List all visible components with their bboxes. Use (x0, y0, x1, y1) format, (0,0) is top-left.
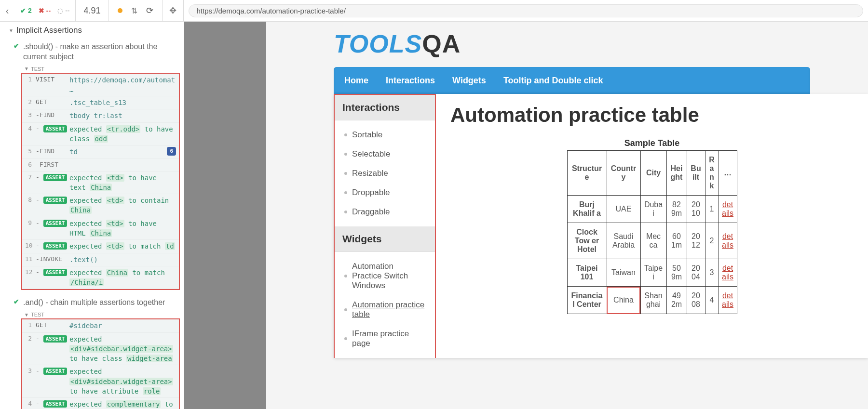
cmd-number: 9 (25, 219, 36, 228)
suite-title-text: Implicit Assertions (16, 26, 82, 35)
sidebar-section-header: Interactions (335, 95, 435, 120)
cmd-number: 1 (25, 321, 36, 330)
cmd-number: 11 (25, 255, 36, 264)
sidebar-section-header: Widgets (335, 226, 435, 252)
cmd-name: - ASSERT (36, 367, 69, 376)
assert-badge: ASSERT (43, 174, 68, 181)
table-cell: Saudi Arabia (607, 223, 640, 259)
assert-badge: ASSERT (43, 269, 68, 276)
caret-down-icon: ▼ (9, 28, 14, 33)
url-bar: https://demoqa.com/automation-practice-t… (184, 0, 868, 21)
command-row[interactable]: 3- ASSERTexpected <div#sidebar.widget-ar… (22, 365, 179, 398)
cmd-number: 2 (25, 98, 36, 107)
cmd-name: - ASSERT (36, 124, 69, 133)
sidebar-item[interactable]: Selectable (335, 145, 435, 164)
assert-badge: ASSERT (43, 197, 68, 204)
command-row[interactable]: 2- ASSERTexpected <div#sidebar.widget-ar… (22, 333, 179, 366)
table-cell: 20 12 (687, 223, 705, 259)
nav-link[interactable]: Interactions (386, 76, 435, 86)
table-cell: UAE (607, 196, 640, 223)
sidebar-item-label: Sortable (352, 130, 382, 140)
status-dot-icon (118, 8, 122, 13)
sidebar-item[interactable]: Automation practice table (335, 295, 435, 324)
table-cell: 82 9m (666, 196, 687, 223)
table-cell: 49 2m (666, 287, 687, 314)
table-cell: 50 9m (666, 259, 687, 287)
toolbar: ‹ ✔ 2 ✖ -- ◌ -- 4.91 ⇅ ⟳ ✥ https://demoq… (0, 0, 868, 22)
table-cell: 1 (705, 196, 719, 223)
cmd-number: 4 (25, 399, 36, 409)
command-row[interactable]: 6-FIRST (22, 159, 179, 172)
sidebar-item[interactable]: Resizable (335, 164, 435, 183)
url-input[interactable]: https://demoqa.com/automation-practice-t… (189, 4, 864, 17)
pass-count-value: 2 (28, 7, 32, 14)
sidebar-item-label: Droppable (352, 188, 390, 198)
command-row[interactable]: 9- ASSERTexpected <td> to have HTML Chin… (22, 217, 179, 240)
sidebar-item[interactable]: Draggable (335, 202, 435, 222)
back-button[interactable]: ‹ (0, 0, 14, 21)
reload-icon[interactable]: ⟳ (146, 5, 153, 16)
command-log: 1GET#sidebar2- ASSERTexpected <div#sideb… (21, 318, 180, 409)
selector-playground-button[interactable]: ✥ (163, 0, 184, 21)
command-row[interactable]: 12- ASSERTexpected China to match /China… (22, 266, 179, 290)
bullet-icon (344, 337, 347, 340)
cmd-number: 7 (25, 173, 36, 182)
bullet-icon (344, 191, 347, 194)
resizer-handle[interactable] (184, 22, 266, 409)
command-row[interactable]: 4- ASSERTexpected <tr.odd> to have class… (22, 123, 179, 146)
assert-badge: ASSERT (43, 368, 68, 375)
cmd-number: 1 (25, 75, 36, 84)
table-title: Sample Table (450, 138, 854, 148)
cmd-message: .tsc_table_s13 (69, 98, 176, 107)
sidebar-item[interactable]: Sortable (335, 125, 435, 145)
table-cell: Shan ghai (640, 287, 666, 314)
cmd-number: 10 (25, 241, 36, 251)
cmd-message: tbody tr:last (69, 111, 176, 120)
pass-count: ✔ 2 (20, 7, 32, 14)
command-row[interactable]: 7- ASSERTexpected <td> to have text Chin… (22, 172, 179, 195)
details-link[interactable]: det ails (722, 291, 733, 308)
nav-link[interactable]: Home (344, 76, 368, 86)
command-row[interactable]: 4- ASSERTexpected complementary to inclu… (22, 398, 179, 409)
structure-cell: Taipei 101 (567, 259, 607, 287)
table-header: Bu ilt (687, 151, 705, 196)
table-header: Hei ght (666, 151, 687, 196)
suite-title[interactable]: ▼ Implicit Assertions (0, 22, 184, 39)
command-row[interactable]: 5-FINDtd6 (22, 145, 179, 158)
nav-link[interactable]: Widgets (452, 76, 486, 86)
check-icon: ✔ (14, 42, 19, 62)
page-title: Automation practice table (450, 104, 854, 127)
cmd-name: - ASSERT (36, 334, 69, 343)
pending-count-value: -- (65, 7, 69, 14)
fail-count-value: -- (46, 7, 51, 14)
table-header: Structure (567, 151, 607, 196)
sidebar-item-label: IFrame practice page (352, 329, 425, 348)
command-row[interactable]: 8- ASSERTexpected <td> to contain China (22, 194, 179, 217)
bullet-icon (344, 172, 347, 175)
command-row[interactable]: 1GET#sidebar (22, 319, 179, 332)
sidebar-item[interactable]: Automation Practice Switch Windows (335, 257, 435, 295)
command-row[interactable]: 1VISIThttps://demoqa.com/automat… (22, 74, 179, 97)
bullet-icon (344, 275, 347, 277)
command-row[interactable]: 2GET.tsc_table_s13 (22, 96, 179, 109)
sidebar-item-label: Automation Practice Switch Windows (352, 262, 425, 290)
details-link[interactable]: det ails (722, 200, 733, 217)
assert-badge: ASSERT (43, 220, 68, 227)
sidebar-item[interactable]: IFrame practice page (335, 324, 435, 353)
nav-link[interactable]: Tooltip and Double click (503, 76, 603, 86)
test-item[interactable]: ✔.and() - chain multiple assertions toge… (0, 295, 184, 311)
app-preview: TOOLSQA HomeInteractionsWidgetsTooltip a… (266, 22, 868, 409)
command-row[interactable]: 3-FINDtbody tr:last (22, 109, 179, 122)
command-row[interactable]: 10- ASSERTexpected <td> to match td (22, 240, 179, 253)
test-item[interactable]: ✔.should() - make an assertion about the… (0, 39, 184, 65)
test-stats: ✔ 2 ✖ -- ◌ -- (14, 0, 76, 21)
sidebar-item[interactable]: Droppable (335, 183, 435, 202)
resize-icon[interactable]: ⇅ (131, 6, 137, 15)
command-row[interactable]: 11-INVOKE.text() (22, 253, 179, 266)
test-name: .and() - chain multiple assertions toget… (23, 298, 165, 308)
details-link[interactable]: det ails (722, 264, 733, 281)
details-link[interactable]: det ails (722, 232, 733, 249)
command-log: 1VISIThttps://demoqa.com/automat…2GET.ts… (21, 73, 180, 290)
cmd-message: td (69, 147, 167, 157)
assert-badge: ASSERT (43, 125, 68, 132)
